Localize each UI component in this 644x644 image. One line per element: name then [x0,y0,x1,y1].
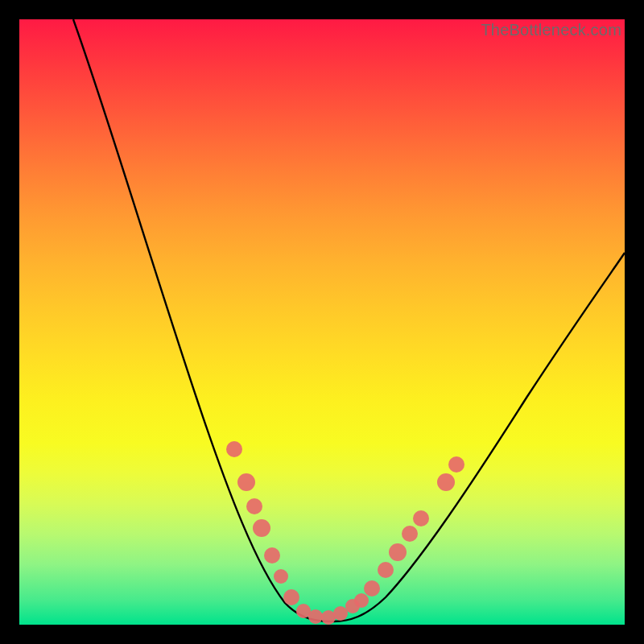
svg-point-16 [402,526,418,542]
svg-point-2 [246,498,262,514]
bottleneck-curve-svg [19,19,625,625]
svg-point-14 [378,562,394,578]
svg-point-17 [413,510,429,526]
chart-plot-area [19,19,625,625]
svg-point-5 [274,569,288,584]
highlight-dots [226,441,464,625]
watermark-text: TheBottleneck.com [481,21,621,39]
bottleneck-curve [73,19,625,621]
svg-point-19 [448,456,464,473]
svg-point-6 [283,589,299,605]
svg-point-10 [333,606,348,621]
svg-point-15 [389,543,407,561]
svg-point-0 [226,441,242,457]
svg-point-8 [308,609,323,624]
svg-point-12 [354,593,369,608]
svg-point-4 [264,547,280,564]
svg-point-3 [253,519,270,537]
svg-point-13 [364,580,380,597]
chart-frame: TheBottleneck.com [0,0,644,644]
svg-point-18 [437,473,455,491]
svg-point-1 [237,473,255,491]
